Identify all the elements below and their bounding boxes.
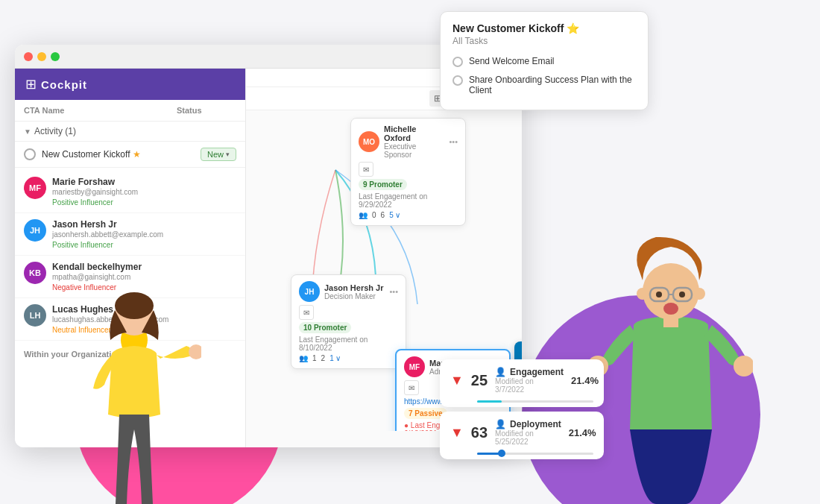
svg-point-2 <box>115 292 154 319</box>
table-header: CTA Name Status <box>15 100 245 122</box>
photo-yellow-woman <box>60 251 224 504</box>
metric-label-text: Engagement <box>510 367 564 377</box>
metric-info: 👤 Engagement Modified on 3/7/2022 <box>495 367 564 394</box>
status-text: New <box>207 150 224 159</box>
engagement-date: Last Engagement on 8/10/2022 <box>299 336 398 352</box>
svg-point-11 <box>679 292 685 297</box>
status-badge[interactable]: New ▾ <box>201 148 236 161</box>
tooltip-card: New Customer Kickoff ⭐ All Tasks Send We… <box>440 11 649 110</box>
metric-info: 👤 Deployment Modified on 5/25/2022 <box>495 419 561 446</box>
people-icon: 👤 <box>495 367 506 377</box>
metric-progress-bar <box>477 453 593 455</box>
people-icon: 👥 <box>299 354 308 362</box>
activity-label: Activity (1) <box>34 126 76 136</box>
maximize-button[interactable] <box>51 52 60 61</box>
card-stats: 👥 1 2 1 ∨ <box>299 354 398 362</box>
collapse-icon[interactable]: ▼ <box>24 127 31 136</box>
list-item[interactable]: JH Jason Hersh Jr jasonhersh.abbett@exam… <box>15 213 245 256</box>
influencer-info: Marie Forshaw mariestby@gainsight.com Po… <box>52 177 236 207</box>
list-item[interactable]: MF Marie Forshaw mariestby@gainsight.com… <box>15 171 245 213</box>
yellow-woman-svg <box>67 265 201 504</box>
score-badge: 9 Promoter <box>359 179 407 190</box>
card-actions: ✉ <box>359 162 458 177</box>
cockpit-logo: Cockpit <box>41 78 87 91</box>
task-item: Share Onboarding Success Plan with the C… <box>452 71 636 99</box>
status-dropdown-icon[interactable]: ▾ <box>226 151 230 158</box>
person-card-jason: JH Jason Hersh Jr Decision Maker ••• ✉ 1… <box>291 274 406 369</box>
email-icon[interactable]: ✉ <box>299 305 314 320</box>
metric-count: 63 <box>471 424 488 441</box>
svg-point-3 <box>189 344 201 359</box>
expand-button[interactable]: 1 ∨ <box>329 354 341 362</box>
cta-checkbox[interactable] <box>24 148 36 160</box>
avatar: LH <box>24 304 46 327</box>
avatar: MF <box>404 356 425 377</box>
avatar: MO <box>359 131 379 152</box>
arrow-down-icon: ▼ <box>450 373 464 388</box>
avatar: KB <box>24 262 46 284</box>
avatar: MF <box>24 177 46 199</box>
people-icon: 👥 <box>359 211 368 219</box>
tooltip-title-text: New Customer Kickoff <box>452 22 564 34</box>
avatar: JH <box>299 281 320 302</box>
metric-label-text: Deployment <box>510 419 561 429</box>
activity-group: ▼ Activity (1) <box>15 122 245 142</box>
metric-pct: 21.4% <box>569 427 596 438</box>
cta-star: ★ <box>133 149 141 160</box>
svg-point-5 <box>637 288 649 300</box>
more-options-icon[interactable]: ••• <box>449 137 458 146</box>
expand-button[interactable]: 5 ∨ <box>389 211 400 219</box>
svg-point-12 <box>663 303 678 315</box>
cta-name: New Customer Kickoff ★ <box>42 149 195 160</box>
person-role: Decision Maker <box>324 292 383 300</box>
engagement-date: Last Engagement on 9/29/2022 <box>359 192 458 209</box>
email-icon[interactable]: ✉ <box>359 162 373 177</box>
cta-row[interactable]: New Customer Kickoff ★ New ▾ <box>15 142 245 168</box>
metric-card-deployment: ▼ 63 👤 Deployment Modified on 5/25/2022 … <box>440 412 604 459</box>
cta-name-text: New Customer Kickoff <box>42 149 130 160</box>
metric-date: Modified on 3/7/2022 <box>495 377 564 394</box>
influencer-tag: Positive Influencer <box>52 241 236 249</box>
score-section: 10 Promoter <box>299 322 398 333</box>
sidebar-header: ⊞ Cockpit <box>15 69 245 100</box>
person-info: Jason Hersh Jr Decision Maker <box>324 283 383 300</box>
person-name: Jason Hersh Jr <box>324 283 383 292</box>
task-item: Send Welcome Email <box>452 52 636 71</box>
progress-fill <box>477 400 502 403</box>
metric-count: 25 <box>471 372 488 389</box>
metric-label: 👤 Deployment <box>495 419 561 429</box>
tooltip-title: New Customer Kickoff ⭐ <box>452 22 636 34</box>
influencer-name: Jason Hersh Jr <box>52 219 236 230</box>
person-name: Michelle Oxford <box>384 125 444 142</box>
score-badge: 10 Promoter <box>299 322 351 333</box>
green-woman-svg <box>589 221 753 504</box>
stat-value: 2 <box>321 354 326 362</box>
col-cta-name: CTA Name <box>24 106 177 115</box>
email-icon[interactable]: ✉ <box>404 380 419 395</box>
close-button[interactable] <box>24 52 33 61</box>
metric-label: 👤 Engagement <box>495 367 564 377</box>
influencer-email: mariestby@gainsight.com <box>52 188 236 196</box>
task-checkbox[interactable] <box>452 57 463 67</box>
stat-value: 0 <box>372 211 376 219</box>
person-role: Executive Sponsor <box>384 142 444 159</box>
avatar: JH <box>24 219 46 242</box>
stat-value: 6 <box>381 211 385 219</box>
cockpit-icon: ⊞ <box>25 76 37 92</box>
col-status: Status <box>177 106 236 115</box>
people-icon: 👤 <box>495 419 506 429</box>
metric-progress-bar <box>477 400 593 403</box>
task-checkbox[interactable] <box>452 75 463 86</box>
card-actions: ✉ <box>299 305 398 320</box>
progress-indicator <box>498 450 505 457</box>
tooltip-star: ⭐ <box>567 22 579 34</box>
influencer-info: Jason Hersh Jr jasonhersh.abbett@example… <box>52 219 236 249</box>
card-header: JH Jason Hersh Jr Decision Maker ••• <box>299 281 398 302</box>
minimize-button[interactable] <box>37 52 46 61</box>
svg-point-6 <box>693 288 705 300</box>
influencer-tag: Positive Influencer <box>52 198 236 207</box>
svg-point-10 <box>656 292 662 297</box>
more-options-icon[interactable]: ••• <box>389 287 398 296</box>
metric-date: Modified on 5/25/2022 <box>495 429 561 446</box>
person-card-michelle: MO Michelle Oxford Executive Sponsor •••… <box>350 118 466 226</box>
